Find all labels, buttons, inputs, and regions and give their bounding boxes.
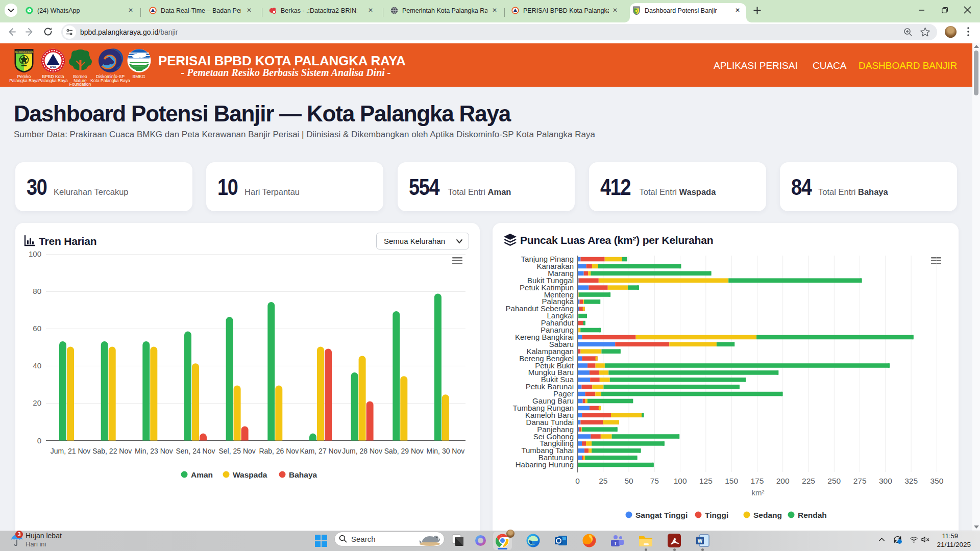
svg-text:Habaring Hurung: Habaring Hurung bbox=[516, 460, 574, 469]
svg-text:T: T bbox=[614, 541, 617, 546]
svg-text:100: 100 bbox=[674, 477, 687, 485]
svg-text:50: 50 bbox=[624, 477, 633, 485]
svg-text:75: 75 bbox=[650, 477, 659, 485]
svg-text:Tinggi: Tinggi bbox=[705, 511, 728, 519]
svg-text:175: 175 bbox=[751, 477, 764, 485]
svg-text:300: 300 bbox=[879, 477, 892, 485]
svg-text:150: 150 bbox=[725, 477, 738, 485]
svg-text:225: 225 bbox=[802, 477, 815, 485]
svg-text:200: 200 bbox=[776, 477, 790, 485]
svg-text:125: 125 bbox=[699, 477, 713, 485]
svg-text:25: 25 bbox=[599, 477, 607, 485]
svg-text:0: 0 bbox=[575, 477, 580, 485]
svg-text:W: W bbox=[698, 538, 703, 544]
svg-text:Sangat Tinggi: Sangat Tinggi bbox=[635, 511, 688, 519]
svg-text:Rendah: Rendah bbox=[798, 511, 827, 519]
svg-text:350: 350 bbox=[930, 477, 943, 485]
svg-text:250: 250 bbox=[827, 477, 841, 485]
svg-text:275: 275 bbox=[853, 477, 867, 485]
svg-text:km²: km² bbox=[752, 488, 765, 497]
svg-text:Sedang: Sedang bbox=[753, 511, 782, 519]
svg-text:325: 325 bbox=[904, 477, 918, 485]
